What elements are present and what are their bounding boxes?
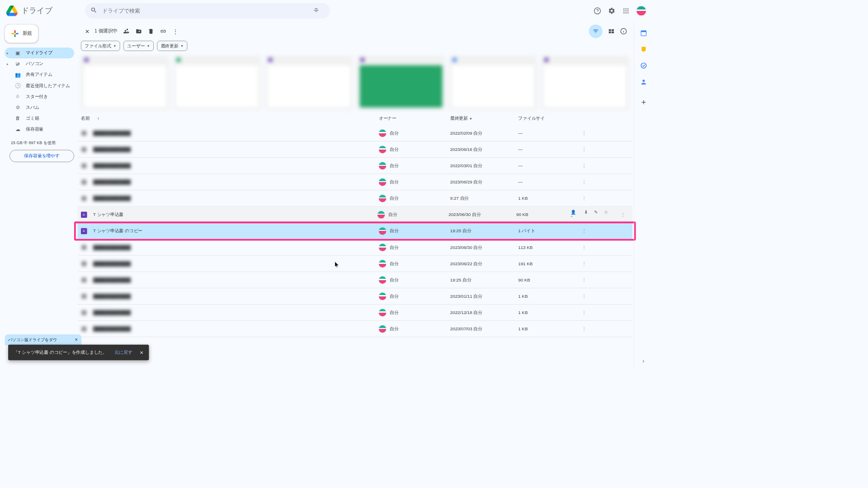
edit-icon[interactable]: ✎ (594, 210, 598, 220)
file-row[interactable]: ████████████自分2023/06/30 自分113 KB⋮ (77, 239, 632, 255)
file-size: 1 バイト (518, 228, 572, 234)
svg-point-8 (625, 12, 627, 14)
calendar-icon[interactable] (640, 29, 647, 37)
row-more-icon[interactable]: ⋮ (573, 310, 586, 315)
add-panel-icon[interactable] (640, 99, 647, 106)
support-icon[interactable] (593, 6, 602, 15)
row-more-icon[interactable]: ⋮ (573, 294, 586, 299)
file-row[interactable]: ████████████自分19:25 自分90 KB⋮ (77, 272, 632, 288)
file-row[interactable]: ████████████自分2023/06/29 自分—⋮ (77, 174, 632, 190)
file-name: ████████████ (93, 326, 131, 331)
star-icon[interactable]: ☆ (604, 210, 608, 220)
row-more-icon[interactable]: ⋮ (573, 147, 586, 152)
row-more-icon[interactable]: ⋮ (573, 261, 586, 266)
logo-area[interactable]: ドライブ (6, 5, 85, 17)
col-owner-header[interactable]: オーナー (379, 116, 450, 122)
link-icon[interactable] (160, 28, 166, 35)
contacts-icon[interactable] (640, 78, 647, 86)
nav-trash[interactable]: 🗑ゴミ箱 (5, 113, 74, 124)
toast-close-icon[interactable]: ✕ (140, 350, 143, 355)
filter-row: ファイル形式▼ ユーザー▼ 最終更新▼ (77, 41, 632, 51)
file-size: 1 KB (518, 310, 572, 315)
col-modified-header[interactable]: 最終更新 (450, 116, 468, 122)
file-row[interactable]: ≡T シャツ申込書 のコピー自分19:25 自分1 バイト⋮ (77, 223, 632, 239)
nav-recent[interactable]: 🕒最近使用したアイテム (5, 80, 74, 91)
owner-label: 自分 (390, 228, 399, 234)
move-icon[interactable] (135, 28, 142, 35)
nav-spam[interactable]: ⊘スパム (5, 102, 74, 113)
nav-shared[interactable]: 👥共有アイテム (5, 69, 74, 80)
file-row[interactable]: ████████████自分2022/12/18 自分1 KB⋮ (77, 305, 632, 321)
col-name-header[interactable]: 名前 (81, 116, 90, 122)
keep-icon[interactable] (640, 46, 647, 53)
download-icon[interactable]: ⬇ (584, 210, 588, 220)
file-row[interactable]: ████████████自分2023/06/16 自分—⋮ (77, 141, 632, 158)
row-more-icon[interactable]: ⋮ (573, 163, 586, 168)
nav-storage[interactable]: ☁保存容量 (5, 124, 74, 135)
filter-type[interactable]: ファイル形式▼ (81, 41, 120, 51)
search-bar[interactable] (85, 3, 330, 19)
row-more-icon[interactable]: ⋮ (573, 196, 586, 201)
row-more-icon[interactable]: ⋮ (573, 245, 586, 250)
file-size: — (518, 147, 572, 152)
row-more-icon[interactable]: ⋮ (573, 131, 586, 136)
file-row[interactable]: ≡T シャツ申込書自分2023/06/30 自分90 KB👤⁺⬇✎☆⋮ (77, 206, 632, 223)
cloud-icon: ☁ (14, 127, 21, 132)
account-avatar[interactable] (636, 5, 646, 16)
info-icon[interactable] (620, 28, 627, 35)
side-panel: › (634, 22, 653, 367)
search-options-icon[interactable] (313, 7, 320, 15)
tasks-icon[interactable] (640, 62, 647, 70)
sort-arrow-icon[interactable]: ↑ (97, 116, 99, 121)
more-icon[interactable]: ⋮ (172, 28, 179, 35)
row-more-icon[interactable]: ⋮ (573, 326, 586, 331)
search-input[interactable] (102, 8, 313, 14)
file-row[interactable]: ████████████自分2022/03/01 自分—⋮ (77, 158, 632, 174)
spam-icon: ⊘ (14, 105, 21, 110)
share-icon[interactable] (123, 28, 130, 35)
new-button[interactable]: 新規 (5, 24, 38, 43)
drive-logo-icon (6, 5, 18, 17)
row-more-icon[interactable]: ⋮ (573, 277, 586, 282)
file-modified: 2023/06/30 自分 (450, 244, 518, 250)
toast-undo-button[interactable]: 元に戻す (114, 349, 132, 356)
owner-avatar (379, 309, 387, 316)
row-more-icon[interactable]: ⋮ (573, 228, 586, 233)
col-size-header[interactable]: ファイルサイ (518, 116, 572, 122)
filter-modified[interactable]: 最終更新▼ (157, 41, 187, 51)
filter-user[interactable]: ユーザー▼ (123, 41, 154, 51)
apps-icon[interactable] (622, 6, 631, 15)
nav-starred[interactable]: ☆スター付き (5, 91, 74, 102)
settings-icon[interactable] (607, 6, 616, 15)
collapse-panel-icon[interactable]: › (640, 357, 647, 365)
close-icon[interactable]: ✕ (75, 338, 78, 343)
file-row[interactable]: ████████████自分9:27 自分1 KB⋮ (77, 190, 632, 206)
svg-rect-13 (641, 31, 646, 32)
file-row[interactable]: ████████████自分2023/06/22 自分191 KB⋮ (77, 256, 632, 272)
file-row[interactable]: ████████████自分2023/01/11 自分1 KB⋮ (77, 288, 632, 305)
owner-avatar (379, 178, 387, 186)
filter-toggle-button[interactable] (589, 24, 603, 38)
row-more-icon[interactable]: ⋮ (611, 212, 625, 217)
view-grid-icon[interactable] (608, 28, 615, 35)
svg-point-7 (623, 12, 625, 14)
owner-label: 自分 (390, 146, 399, 153)
app-name: ドライブ (21, 6, 52, 16)
owner-avatar (379, 195, 387, 202)
file-row[interactable]: ████████████自分2023/07/03 自分1 KB⋮ (77, 321, 632, 337)
upgrade-storage-button[interactable]: 保存容量を増やす (9, 150, 74, 162)
file-size: — (518, 131, 572, 136)
nav-my-drive[interactable]: ▸▣マイドライブ (5, 47, 74, 58)
delete-icon[interactable] (147, 28, 154, 35)
nav-computers[interactable]: ▸🖳パソコン (5, 58, 74, 69)
owner-avatar (379, 260, 387, 267)
file-row[interactable]: ████████████自分2022/02/09 自分—⋮ (77, 125, 632, 141)
download-tip-text: パソコン版ドライブをダウ (8, 337, 57, 343)
row-more-icon[interactable]: ⋮ (573, 179, 586, 184)
file-name: ████████████ (93, 310, 131, 315)
clear-selection-icon[interactable]: ✕ (84, 28, 90, 35)
owner-label: 自分 (390, 163, 399, 169)
storage-usage: 15 GB 中 897 KB を使用 (5, 140, 74, 146)
svg-point-2 (625, 8, 627, 9)
share-icon[interactable]: 👤⁺ (571, 210, 578, 220)
